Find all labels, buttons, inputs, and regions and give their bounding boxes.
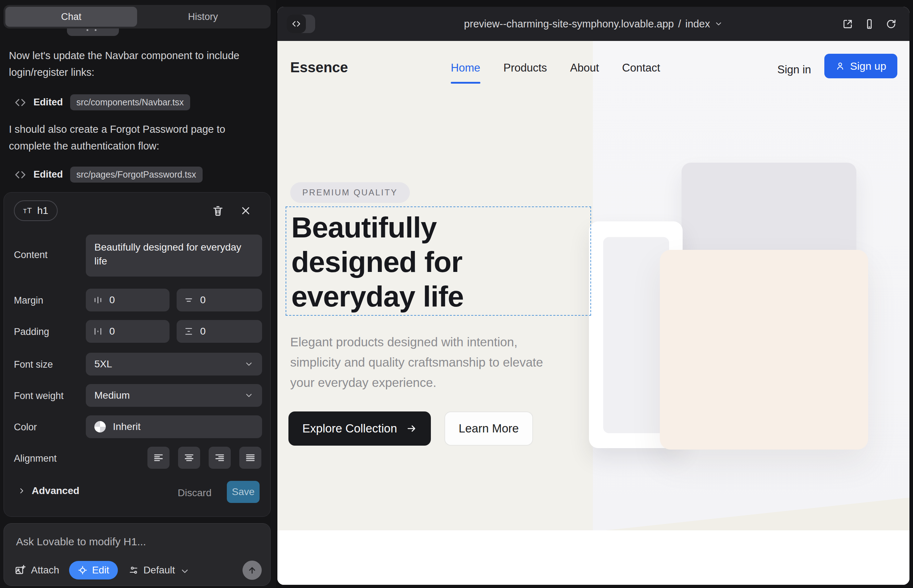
color-swatch	[94, 421, 106, 433]
alignment-label: Alignment	[14, 453, 57, 464]
arrow-right-icon	[406, 423, 417, 434]
arrow-up-icon	[247, 565, 257, 575]
padding-vertical-icon	[184, 326, 194, 336]
color-label: Color	[14, 422, 37, 433]
chevron-right-icon	[18, 486, 26, 495]
align-left-button[interactable]	[147, 447, 170, 469]
preview-url[interactable]: preview--charming-site-symphony.lovable.…	[464, 18, 723, 30]
site-nav: Home Products About Contact	[451, 61, 660, 74]
send-button[interactable]	[243, 561, 262, 580]
padding-x-input[interactable]: 0	[86, 320, 170, 343]
chat-history-tabs: Chat History	[3, 5, 270, 29]
tab-chat[interactable]: Chat	[5, 7, 137, 27]
code-icon	[287, 15, 306, 33]
model-selector[interactable]: Default	[129, 564, 188, 576]
preview-panel: preview--charming-site-symphony.lovable.…	[277, 7, 910, 585]
mobile-view-icon[interactable]	[864, 18, 875, 29]
padding-y-input[interactable]: 0	[176, 320, 262, 343]
advanced-toggle[interactable]: Advanced	[18, 485, 79, 496]
scrolled-badge-partial	[67, 29, 119, 36]
padding-label: Padding	[14, 326, 49, 338]
save-button[interactable]: Save	[227, 481, 260, 503]
padding-horizontal-icon	[93, 326, 103, 336]
user-icon	[835, 61, 845, 71]
nav-about[interactable]: About	[570, 61, 599, 74]
edited-file-row: Edited src/pages/ForgotPassword.tsx	[14, 166, 202, 183]
font-weight-select[interactable]: Medium	[86, 384, 262, 407]
font-size-select[interactable]: 5XL	[86, 353, 262, 375]
topbar-actions	[842, 7, 897, 41]
decor-card-beige	[660, 250, 868, 449]
color-select[interactable]: Inherit	[86, 415, 262, 438]
font-weight-label: Font weight	[14, 391, 64, 402]
file-badge[interactable]: src/pages/ForgotPassword.tsx	[70, 166, 202, 183]
sign-in-link[interactable]: Sign in	[777, 63, 811, 76]
code-preview-toggle[interactable]	[287, 15, 315, 33]
margin-y-input[interactable]: 0	[176, 289, 262, 312]
close-icon[interactable]	[240, 205, 252, 217]
composer-toolbar: Attach Edit Default	[15, 560, 262, 580]
type-icon: ᴛT	[23, 206, 32, 215]
alignment-buttons	[147, 447, 261, 469]
attach-button[interactable]: Attach	[15, 564, 59, 576]
tab-history[interactable]: History	[137, 7, 269, 27]
chat-message: Now let's update the Navbar component to…	[9, 47, 258, 81]
align-justify-button[interactable]	[239, 447, 261, 469]
chevron-down-icon	[180, 566, 188, 574]
explore-collection-button[interactable]: Explore Collection	[288, 412, 431, 446]
margin-x-input[interactable]: 0	[86, 289, 170, 312]
nav-contact[interactable]: Contact	[622, 61, 660, 74]
element-tag-chip: ᴛT h1	[14, 200, 58, 221]
element-editor-panel: ᴛT h1 Content Beautifully designed for e…	[3, 192, 270, 517]
app-root: Chat History Now let's update the Navbar…	[0, 0, 913, 588]
margin-horizontal-icon	[93, 295, 103, 305]
nav-products[interactable]: Products	[503, 61, 547, 74]
site-logo[interactable]: Essence	[290, 60, 348, 76]
preview-topbar: preview--charming-site-symphony.lovable.…	[277, 7, 910, 41]
sign-up-button[interactable]: Sign up	[824, 54, 897, 78]
edited-file-row: Edited src/components/Navbar.tsx	[14, 94, 190, 110]
chevron-down-icon	[244, 391, 254, 400]
target-icon	[78, 565, 87, 575]
edited-label: Edited	[34, 97, 63, 108]
nav-home[interactable]: Home	[451, 61, 480, 74]
content-label: Content	[14, 249, 48, 260]
align-center-button[interactable]	[178, 447, 200, 469]
code-icon	[14, 169, 26, 181]
hero-subheading: Elegant products designed with intention…	[290, 332, 570, 393]
chevron-down-icon	[244, 360, 254, 369]
margin-label: Margin	[14, 295, 44, 306]
align-right-button[interactable]	[209, 447, 231, 469]
code-icon	[14, 97, 26, 108]
refresh-icon[interactable]	[885, 18, 897, 29]
content-input[interactable]: Beautifully designed for everyday life	[86, 234, 262, 276]
file-badge[interactable]: src/components/Navbar.tsx	[70, 94, 191, 110]
sliders-icon	[129, 565, 139, 575]
premium-quality-badge: PREMIUM QUALITY	[290, 182, 410, 203]
learn-more-button[interactable]: Learn More	[444, 412, 533, 446]
edited-label: Edited	[34, 169, 63, 180]
prompt-composer[interactable]: Ask Lovable to modify H1... Attach Edit …	[3, 523, 270, 586]
edit-mode-button[interactable]: Edit	[69, 561, 118, 580]
decor-card-white-inner	[603, 237, 669, 433]
element-tag: h1	[37, 205, 49, 216]
image-plus-icon	[15, 564, 26, 576]
open-in-new-tab-icon[interactable]	[842, 18, 853, 29]
font-size-label: Font size	[14, 359, 53, 370]
chat-message: I should also create a Forgot Password p…	[9, 121, 258, 155]
prompt-input[interactable]: Ask Lovable to modify H1...	[16, 536, 146, 548]
selected-h1-outline[interactable]: Beautifully designed for everyday life	[286, 207, 591, 316]
hero-heading: Beautifully designed for everyday life	[291, 210, 464, 313]
discard-button[interactable]: Discard	[178, 487, 212, 499]
site-canvas: Essence Home Products About Contact Sign…	[277, 41, 910, 585]
margin-vertical-icon	[184, 295, 194, 305]
delete-element-button[interactable]	[212, 205, 224, 217]
chevron-down-icon	[714, 19, 723, 28]
